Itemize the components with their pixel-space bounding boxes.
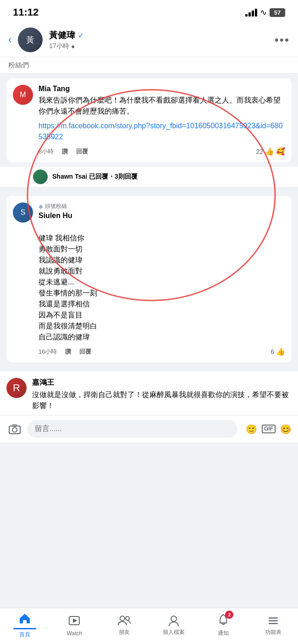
svg-point-6 xyxy=(120,616,125,621)
reactions-siulen: 6 👍 xyxy=(270,347,285,356)
followers-label: 粉絲們 xyxy=(0,57,298,74)
comment-placeholder: 留言...... xyxy=(35,424,62,434)
comment-link-mia[interactable]: https://m.facebook.com/story.php?story_f… xyxy=(39,122,283,141)
svg-marker-5 xyxy=(73,618,77,623)
comment-time-siulen: 16小時 xyxy=(39,348,57,356)
svg-point-2 xyxy=(12,427,17,432)
home-icon xyxy=(18,612,31,625)
status-icons: ∿ 57 xyxy=(245,7,285,17)
nav-item-home[interactable]: 首頁 xyxy=(6,612,43,639)
svg-point-7 xyxy=(126,617,129,620)
nav-label-friends: 朋友 xyxy=(119,628,130,636)
comment-siulen: S ◆ 頭號粉絲 Siulen Hu 健瑋 我相信你 勇敢面對一切 我認識的健瑋… xyxy=(6,196,292,362)
header-name: 黃健瑋 xyxy=(49,29,75,41)
like-button-siulen[interactable]: 讚 xyxy=(65,348,71,356)
comment-footer-mia: 8小時 讚 回覆 22 👍 🥰 xyxy=(39,147,285,156)
comments-container: M Mia Tang 我來告訴你們為什麼吧！為什麼我不看戲卻選擇看人選之人。而我… xyxy=(0,78,298,415)
profile-icon xyxy=(167,614,180,627)
nav-item-profile[interactable]: 個人檔案 xyxy=(155,614,192,636)
nav-label-menu: 功能表 xyxy=(265,628,281,636)
comment-name-siulen: Siulen Hu xyxy=(39,212,285,220)
sticker-icon[interactable]: 🙂 xyxy=(246,424,257,435)
nav-item-notifications[interactable]: 2 通知 xyxy=(205,613,242,637)
comment-footer-siulen: 16小時 讚 回覆 6 👍 xyxy=(39,347,285,356)
page-header: ‹ 黃 黃健瑋 ✓ 17小時 ● ••• xyxy=(0,23,298,57)
comment-time-mia: 8小時 xyxy=(39,147,54,156)
nav-label-notifications: 通知 xyxy=(218,629,229,637)
section-divider-2 xyxy=(0,367,298,371)
friends-icon xyxy=(117,614,131,627)
bottom-nav: 首頁 Watch 朋友 個人檔案 xyxy=(0,608,298,644)
emoji-icon[interactable]: 😊 xyxy=(280,424,292,435)
nav-item-menu[interactable]: 功能表 xyxy=(255,614,292,636)
reply-button-siulen[interactable]: 回覆 xyxy=(79,348,91,356)
camera-button[interactable] xyxy=(6,421,23,437)
reply-button-mia[interactable]: 回覆 xyxy=(76,147,88,156)
signal-icon xyxy=(245,9,257,16)
svg-rect-9 xyxy=(269,617,278,619)
comment-name-mia: Mia Tang xyxy=(39,85,285,93)
comment-input-bar: 留言...... 🙂 GIF 😊 xyxy=(0,415,298,442)
reply-text-shawn: Shawn Tsai 已回覆・3則回覆 xyxy=(52,173,138,181)
comment-body-siulen: 健瑋 我相信你 勇敢面對一切 我認識的健瑋 就說勇敢面對 從未逃避... 發生事… xyxy=(39,222,285,343)
back-button[interactable]: ‹ xyxy=(8,34,11,46)
notifications-badge: 2 xyxy=(225,611,233,619)
svg-point-8 xyxy=(171,616,177,622)
comment-input-field[interactable]: 留言...... xyxy=(28,420,237,438)
avatar-mia: M xyxy=(13,85,33,105)
input-icons: 🙂 GIF 😊 xyxy=(246,424,292,435)
watch-icon xyxy=(68,614,81,627)
like-button-mia[interactable]: 讚 xyxy=(62,147,68,156)
more-options-button[interactable]: ••• xyxy=(275,33,290,47)
svg-rect-10 xyxy=(269,620,278,622)
section-divider xyxy=(0,187,298,191)
nav-label-profile: 個人檔案 xyxy=(163,628,185,636)
reply-indicator-shawn[interactable]: Shawn Tsai 已回覆・3則回覆 xyxy=(0,167,298,187)
header-avatar: 黃 xyxy=(18,27,43,52)
nav-label-home: 首頁 xyxy=(19,631,30,639)
wifi-icon: ∿ xyxy=(260,7,267,17)
avatar-shawn xyxy=(33,169,48,184)
diamond-badge: ◆ 頭號粉絲 xyxy=(39,202,285,210)
nav-label-watch: Watch xyxy=(67,630,83,637)
menu-icon xyxy=(267,614,280,627)
comment-body-jiahong: 沒做就是沒做，捍衛自己就對了！從麻醉風暴我就很喜歡你的演技，希望不要被影響！ xyxy=(32,389,292,411)
diamond-icon: ◆ xyxy=(39,203,43,210)
header-info: 黃健瑋 ✓ 17小時 ● xyxy=(49,29,268,50)
status-bar: 11:12 ∿ 57 xyxy=(0,0,298,23)
battery-indicator: 57 xyxy=(270,8,285,17)
nav-item-watch[interactable]: Watch xyxy=(56,614,93,637)
avatar-siulen: S xyxy=(13,202,33,223)
reactions-mia: 22 👍 🥰 xyxy=(256,147,285,156)
comment-jiahong: R 嘉鴻王 沒做就是沒做，捍衛自己就對了！從麻醉風暴我就很喜歡你的演技，希望不要… xyxy=(0,371,298,415)
nav-item-friends[interactable]: 朋友 xyxy=(106,614,143,636)
avatar-jiahong: R xyxy=(6,378,27,398)
svg-rect-11 xyxy=(269,623,278,624)
header-time: 17小時 ● xyxy=(49,42,268,50)
status-time: 11:12 xyxy=(13,6,39,18)
comment-body-mia: 我來告訴你們為什麼吧！為什麼我不看戲卻選擇看人選之人。而我衷心希望你們永遠不會經… xyxy=(39,95,285,117)
header-name-row: 黃健瑋 ✓ xyxy=(49,29,268,41)
verified-badge: ✓ xyxy=(78,31,84,40)
comment-name-jiahong: 嘉鴻王 xyxy=(32,378,292,387)
comment-mia: M Mia Tang 我來告訴你們為什麼吧！為什麼我不看戲卻選擇看人選之人。而我… xyxy=(6,78,292,162)
gif-button[interactable]: GIF xyxy=(262,425,276,434)
